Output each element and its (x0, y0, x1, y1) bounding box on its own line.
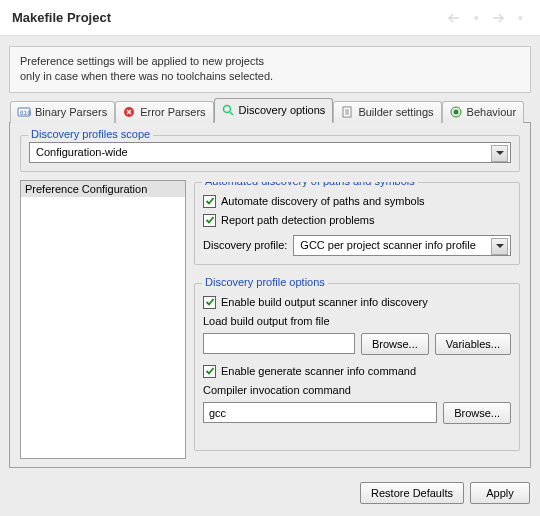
svg-text:010: 010 (20, 109, 31, 116)
nav-back-dropdown-icon[interactable]: ▾ (468, 10, 484, 26)
load-output-row: Browse... Variables... (203, 333, 511, 355)
body: Preference settings will be applied to n… (0, 36, 540, 474)
load-output-input[interactable] (203, 333, 355, 354)
discovery-profile-select[interactable]: GCC per project scanner info profile (293, 235, 511, 256)
note-line-1: Preference settings will be applied to n… (20, 54, 520, 69)
header-nav: ▾ ▾ (446, 10, 528, 26)
discovery-profile-options-group: Discovery profile options Enable build o… (194, 283, 520, 451)
page-title: Makefile Project (12, 10, 111, 25)
record-icon (449, 105, 463, 119)
enable-generate-row: Enable generate scanner info command (203, 365, 511, 378)
enable-generate-checkbox[interactable] (203, 365, 216, 378)
scope-select[interactable]: Configuration-wide (29, 142, 511, 163)
tab-binary-parsers[interactable]: 010 Binary Parsers (10, 101, 115, 123)
discovery-profile-label: Discovery profile: (203, 239, 287, 251)
tab-error-label: Error Parsers (140, 106, 205, 118)
enable-generate-label: Enable generate scanner info command (221, 365, 416, 377)
nav-forward-dropdown-icon[interactable]: ▾ (512, 10, 528, 26)
svg-line-4 (230, 112, 233, 115)
scope-legend: Discovery profiles scope (28, 128, 153, 140)
enable-output-row: Enable build output scanner info discove… (203, 296, 511, 309)
svg-point-10 (453, 110, 458, 115)
binary-icon: 010 (17, 105, 31, 119)
opts-legend: Discovery profile options (202, 276, 328, 288)
browse-button-2[interactable]: Browse... (443, 402, 511, 424)
automate-discovery-checkbox[interactable] (203, 195, 216, 208)
enable-output-checkbox[interactable] (203, 296, 216, 309)
compiler-label: Compiler invocation command (203, 384, 511, 396)
tab-bar: 010 Binary Parsers Error Parsers Discove… (9, 101, 531, 123)
apply-button[interactable]: Apply (470, 482, 530, 504)
load-output-label: Load build output from file (203, 315, 511, 327)
right-column: Automated discovery of paths and symbols… (194, 182, 520, 459)
footer: Restore Defaults Apply (0, 474, 540, 516)
chevron-down-icon (496, 151, 504, 155)
report-path-label: Report path detection problems (221, 214, 374, 226)
automated-discovery-group: Automated discovery of paths and symbols… (194, 182, 520, 265)
enable-output-label: Enable build output scanner info discove… (221, 296, 428, 308)
list-item[interactable]: Preference Configuration (21, 181, 185, 197)
search-icon (221, 103, 235, 117)
tab-discovery-label: Discovery options (239, 104, 326, 116)
chevron-down-icon (496, 244, 504, 248)
tab-builder-label: Builder settings (358, 106, 433, 118)
automate-discovery-row: Automate discovery of paths and symbols (203, 195, 511, 208)
tab-discovery-options[interactable]: Discovery options (214, 98, 334, 123)
preference-window: Makefile Project ▾ ▾ Preference settings… (0, 0, 540, 516)
restore-defaults-button[interactable]: Restore Defaults (360, 482, 464, 504)
error-icon (122, 105, 136, 119)
compiler-input[interactable] (203, 402, 437, 423)
tab-behaviour[interactable]: Behaviour (442, 101, 525, 123)
header: Makefile Project ▾ ▾ (0, 0, 540, 36)
preference-configuration-list[interactable]: Preference Configuration (20, 180, 186, 459)
report-path-row: Report path detection problems (203, 214, 511, 227)
browse-button-1[interactable]: Browse... (361, 333, 429, 355)
compiler-row: Browse... (203, 402, 511, 424)
tab-error-parsers[interactable]: Error Parsers (115, 101, 213, 123)
tab-builder-settings[interactable]: Builder settings (333, 101, 441, 123)
report-path-checkbox[interactable] (203, 214, 216, 227)
tab-behaviour-label: Behaviour (467, 106, 517, 118)
discovery-profile-row: Discovery profile: GCC per project scann… (203, 235, 511, 256)
variables-button[interactable]: Variables... (435, 333, 511, 355)
columns: Preference Configuration Automated disco… (20, 180, 520, 459)
automate-discovery-label: Automate discovery of paths and symbols (221, 195, 425, 207)
nav-forward-icon[interactable] (490, 10, 506, 26)
document-icon (340, 105, 354, 119)
note-box: Preference settings will be applied to n… (9, 46, 531, 93)
tab-panel: Discovery profiles scope Configuration-w… (9, 122, 531, 468)
tab-binary-label: Binary Parsers (35, 106, 107, 118)
svg-point-3 (223, 106, 230, 113)
nav-back-icon[interactable] (446, 10, 462, 26)
auto-legend: Automated discovery of paths and symbols (202, 182, 418, 187)
note-line-2: only in case when there was no toolchain… (20, 69, 520, 84)
discovery-profiles-scope-group: Discovery profiles scope Configuration-w… (20, 135, 520, 172)
scope-value: Configuration-wide (36, 146, 128, 158)
discovery-profile-value: GCC per project scanner info profile (300, 239, 475, 251)
